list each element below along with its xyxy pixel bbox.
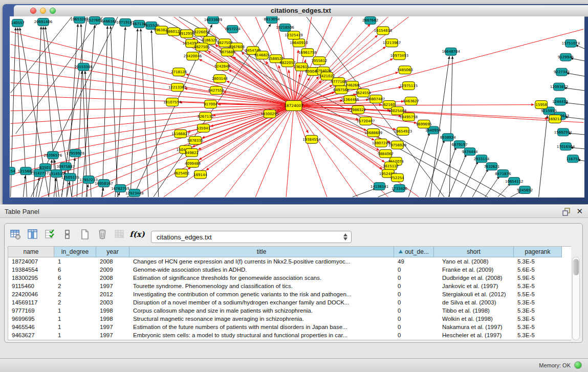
graph-node[interactable]: 7986322 <box>350 106 366 114</box>
graph-node[interactable]: 18807249 <box>372 139 390 147</box>
window-titlebar[interactable]: citations_edges.txt <box>14 5 588 17</box>
table-cell[interactable]: 1998 <box>96 315 129 323</box>
table-cell[interactable]: 18724007 <box>8 257 54 266</box>
graph-node[interactable]: 12325419 <box>285 31 302 39</box>
graph-node[interactable]: 2933114 <box>473 155 490 163</box>
graph-node[interactable]: 917004 <box>204 100 217 108</box>
graph-node[interactable]: 2803144 <box>212 75 228 83</box>
graph-node[interactable]: 10973493 <box>390 52 408 60</box>
graph-node[interactable]: 20153346 <box>74 63 92 71</box>
column-header-out-de-[interactable]: out_de... <box>394 247 434 257</box>
column-header-year[interactable]: year <box>96 247 129 257</box>
graph-node[interactable]: 15958 <box>535 101 548 109</box>
column-header-pagerank[interactable]: pagerank <box>514 247 562 257</box>
graph-node[interactable]: 746266 <box>345 81 359 90</box>
table-cell[interactable]: 2008 <box>96 257 129 266</box>
table-cell[interactable]: Tibbo et al. (1998) <box>434 307 514 315</box>
table-row[interactable]: 969969511998Structural magnetic resonanc… <box>8 315 571 323</box>
table-row[interactable]: 911546021997Tourette syndrome. Phenomeno… <box>8 282 571 290</box>
graph-node[interactable]: 2718126 <box>171 68 187 76</box>
graph-node[interactable]: 169214 <box>548 115 562 123</box>
delete-columns-icon[interactable] <box>96 228 109 241</box>
float-panel-icon[interactable] <box>562 208 571 216</box>
table-cell[interactable]: Jankovic et al. (1997) <box>434 282 514 290</box>
table-cell[interactable]: 5.3E-5 <box>514 307 562 315</box>
table-cell[interactable]: 5.5E-5 <box>514 290 562 298</box>
graph-node[interactable]: 8938924 <box>440 134 456 141</box>
table-compact-icon[interactable] <box>61 228 74 241</box>
table-cell[interactable]: 2008 <box>96 274 129 282</box>
create-column-icon[interactable] <box>78 228 92 241</box>
table-cell[interactable]: Franke et al. (2009) <box>434 266 514 274</box>
table-cell[interactable]: 0 <box>394 298 434 307</box>
graph-node[interactable]: 9777169 <box>331 78 346 86</box>
table-cell[interactable]: Yano et al. (2008) <box>434 257 514 266</box>
table-cell[interactable]: 9115460 <box>8 282 54 290</box>
graph-node[interactable]: 7625402 <box>173 169 189 177</box>
table-cell[interactable]: 1 <box>54 315 96 323</box>
delete-table-icon[interactable] <box>113 228 126 241</box>
graph-node[interactable]: 10654112 <box>505 178 523 185</box>
memory-status-indicator[interactable] <box>574 361 582 369</box>
graph-node[interactable]: 18724007 <box>284 101 303 111</box>
table-cell[interactable]: Embryonic stem cells: a model to study s… <box>129 331 394 339</box>
graph-node[interactable]: 18107554 <box>163 98 182 106</box>
graph-node[interactable]: 12975115 <box>400 82 418 90</box>
graph-node[interactable]: 4099484 <box>185 159 201 167</box>
graph-node[interactable]: 1244419 <box>552 98 568 105</box>
graph-node[interactable]: 15751074 <box>562 39 580 47</box>
graph-node[interactable]: 16648784 <box>442 48 460 55</box>
close-panel-icon[interactable]: ✕ <box>576 207 583 216</box>
graph-node[interactable]: 10807487 <box>367 95 385 103</box>
table-cell[interactable]: 1997 <box>96 323 129 331</box>
graph-node[interactable]: 1733426 <box>391 185 407 192</box>
table-row[interactable]: 1938455462009Genome-wide association stu… <box>8 266 571 274</box>
show-column-icon[interactable] <box>26 228 39 241</box>
table-cell[interactable]: 9777169 <box>8 307 54 315</box>
table-cell[interactable]: Hescheler et al. (1997) <box>434 331 514 339</box>
table-cell[interactable]: 2 <box>54 298 96 307</box>
table-cell[interactable]: 0 <box>394 315 434 323</box>
graph-node[interactable]: 9827505 <box>194 43 210 51</box>
table-cell[interactable]: 1 <box>54 331 96 339</box>
graph-node[interactable]: 1527602 <box>87 16 103 24</box>
table-cell[interactable]: Corpus callosum shape and size in male p… <box>129 307 394 315</box>
table-cell[interactable]: 2 <box>54 290 96 298</box>
table-row[interactable]: 946362711997Embryonic stem cells: a mode… <box>8 331 571 339</box>
graph-node[interactable]: 6466161 <box>101 17 117 25</box>
graph-node[interactable]: 1615112 <box>383 162 399 170</box>
table-cell[interactable]: 0 <box>394 307 434 315</box>
column-header-short[interactable]: short <box>434 247 514 257</box>
graph-node[interactable]: 14136141 <box>371 183 388 190</box>
table-selector-dropdown[interactable]: citations_edges.txt <box>151 231 352 243</box>
table-cell[interactable]: 1 <box>54 257 96 266</box>
table-cell[interactable]: 2 <box>54 282 96 290</box>
table-cell[interactable]: 2012 <box>96 290 129 298</box>
graph-node[interactable]: 9699695 <box>416 120 432 128</box>
graph-node[interactable]: 20691406 <box>34 18 52 26</box>
table-cell[interactable]: 9699695 <box>8 315 54 323</box>
table-cell[interactable]: 5.3E-5 <box>514 323 562 331</box>
table-cell[interactable]: Nakamura et al. (1997) <box>434 323 514 331</box>
table-cell[interactable]: 14569117 <box>8 298 54 307</box>
table-cell[interactable]: 5.6E-5 <box>514 266 562 274</box>
table-cell[interactable]: 18300295 <box>8 274 54 282</box>
column-header-name[interactable]: name <box>8 247 54 257</box>
graph-node[interactable]: 10653287 <box>70 16 88 23</box>
table-cell[interactable]: Disruption of a novel member of a sodium… <box>129 298 394 307</box>
table-cell[interactable]: 0 <box>394 274 434 282</box>
network-canvas[interactable]: 1405572069140610653287152760264661611071… <box>10 16 584 198</box>
graph-node[interactable]: 535947 <box>197 124 210 132</box>
table-cell[interactable]: Genome-wide association studies in ADHD. <box>129 266 394 274</box>
table-cell[interactable]: 19384554 <box>8 266 54 274</box>
table-cell[interactable]: 5.3E-5 <box>514 282 562 290</box>
graph-node[interactable]: 10688609 <box>364 128 382 137</box>
graph-node[interactable]: 33154 <box>10 167 15 175</box>
graph-node[interactable]: 8813054 <box>264 16 280 23</box>
table-cell[interactable]: 0 <box>394 331 434 339</box>
table-row[interactable]: 2242004622012Investigating the contribut… <box>8 290 571 298</box>
table-cell[interactable]: 5.3E-5 <box>514 257 562 266</box>
graph-node[interactable]: 3624554 <box>355 89 372 97</box>
scrollbar-thumb[interactable] <box>573 259 579 275</box>
table-cell[interactable]: 2009 <box>96 266 129 274</box>
